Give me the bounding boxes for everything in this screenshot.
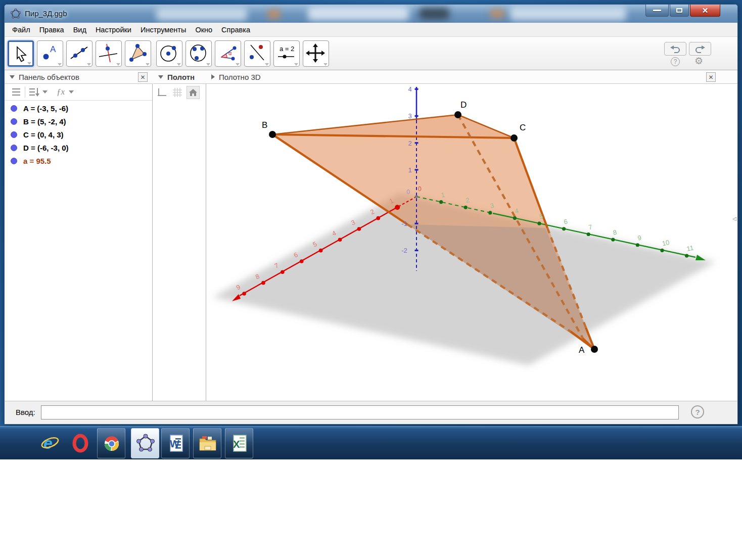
close-button[interactable]: ✕ [690, 5, 720, 17]
vertex-B[interactable] [269, 131, 276, 138]
fx-caret-icon[interactable] [69, 90, 74, 94]
taskbar-geogebra[interactable] [131, 428, 159, 458]
toolbar-settings-icon[interactable]: ⚙ [694, 55, 703, 67]
object-definition: C = (0, 4, 3) [23, 130, 64, 139]
tool-reflect[interactable] [244, 40, 270, 67]
auxiliary-objects-icon[interactable] [11, 86, 22, 98]
svg-text:-2: -2 [401, 247, 407, 254]
graphics3d-panel-title: Полотно 3D [219, 73, 261, 81]
menu-window[interactable]: Окно [191, 26, 217, 34]
3d-canvas[interactable]: B D C A 12345678912345678910114321-1-200 [206, 85, 738, 401]
command-input[interactable] [41, 405, 679, 419]
algebra-panel-title: Панель объектов [19, 73, 79, 81]
vertex-D[interactable] [454, 111, 461, 118]
svg-text:e: e [43, 434, 53, 452]
taskbar-chrome[interactable] [97, 428, 125, 458]
graphics3d-panel-header[interactable]: Полотно 3D ✕ [206, 70, 738, 84]
internet-explorer-icon: e [40, 433, 60, 453]
axes-toggle-icon[interactable] [155, 86, 168, 99]
tool-circle[interactable] [156, 40, 182, 67]
input-bar: Ввод: ? [5, 401, 737, 424]
vertex-label-B: B [262, 120, 267, 130]
graphics3d-close-icon[interactable]: ✕ [706, 72, 716, 82]
svg-text:0: 0 [406, 189, 410, 196]
home-icon[interactable] [187, 86, 200, 99]
redo-button[interactable] [689, 42, 711, 56]
list-item[interactable]: D = (-6, -3, 0) [5, 141, 152, 154]
graphics3d-panel: Полотно 3D ✕ [206, 70, 738, 401]
vertex-A[interactable] [591, 346, 598, 353]
object-definition: D = (-6, -3, 0) [23, 144, 69, 152]
visibility-dot-icon[interactable] [11, 145, 17, 151]
tool-angle[interactable]: α [215, 40, 241, 67]
grid-toggle-icon[interactable] [171, 86, 184, 99]
menu-edit[interactable]: Правка [35, 26, 69, 34]
list-item[interactable]: B = (5, -2, 4) [5, 115, 152, 128]
panel-collapse-icon[interactable]: ◁ [732, 216, 736, 221]
glass-blur-decor [510, 7, 626, 21]
fx-icon[interactable]: ƒx [57, 87, 65, 97]
svg-text:10: 10 [662, 239, 670, 248]
sort-objects-icon[interactable] [28, 86, 40, 98]
svg-text:A: A [50, 44, 56, 54]
cursor-icon [11, 44, 31, 64]
tool-polygon[interactable] [125, 40, 151, 67]
slider-icon: a = 2 [276, 43, 296, 63]
menu-help[interactable]: Справка [217, 26, 255, 34]
visibility-dot-icon[interactable] [11, 105, 17, 112]
list-item[interactable]: A = (-3, 5, -6) [5, 102, 152, 115]
taskbar-explorer[interactable] [193, 428, 221, 458]
redo-icon [694, 45, 706, 53]
graphics-panel-header[interactable]: Полотн [153, 70, 206, 84]
panel-row: Панель объектов ✕ [5, 70, 737, 401]
visibility-dot-icon[interactable] [11, 118, 17, 125]
origin-point [415, 196, 419, 198]
algebra-close-icon[interactable]: ✕ [138, 72, 148, 82]
tool-move[interactable] [8, 40, 34, 67]
minimize-button[interactable] [645, 5, 669, 17]
list-item[interactable]: a = 95.5 [5, 154, 152, 167]
list-item[interactable]: C = (0, 4, 3) [5, 128, 152, 141]
maximize-button[interactable] [670, 5, 689, 17]
excel-icon: X [229, 434, 250, 454]
vertex-C[interactable] [511, 134, 518, 142]
tool-line[interactable] [66, 40, 92, 67]
tool-move-canvas[interactable] [303, 40, 329, 67]
taskbar-opera[interactable] [66, 428, 95, 458]
window-title: Пир_3Д.ggb [25, 9, 67, 18]
geogebra-window: Пир_3Д.ggb ✕ Файл Правка Вид Настройки И… [4, 4, 738, 425]
tool-slider[interactable]: a = 2 [273, 40, 300, 67]
menu-file[interactable]: Файл [8, 26, 35, 34]
move-canvas-icon [305, 43, 326, 63]
input-label: Ввод: [16, 408, 35, 416]
menu-settings[interactable]: Настройки [91, 26, 136, 34]
line-icon [69, 43, 89, 63]
chevron-down-icon [158, 75, 163, 79]
input-help-icon[interactable]: ? [691, 405, 704, 418]
tool-perpendicular-line[interactable] [96, 40, 122, 67]
undo-button[interactable] [664, 42, 686, 56]
polygon-icon [127, 43, 148, 63]
app-icon [11, 9, 21, 21]
tool-point[interactable]: A [37, 40, 63, 67]
chevron-down-icon [10, 75, 15, 79]
visibility-dot-icon[interactable] [11, 131, 17, 138]
object-list: A = (-3, 5, -6) B = (5, -2, 4) C = (0, 4… [5, 102, 152, 167]
object-definition: a = 95.5 [23, 157, 51, 165]
taskbar-excel[interactable]: X [225, 428, 253, 458]
menu-view[interactable]: Вид [69, 26, 91, 34]
menu-bar: Файл Правка Вид Настройки Инструменты Ок… [5, 23, 737, 37]
title-bar[interactable]: Пир_3Д.ggb ✕ [5, 5, 737, 23]
menu-tools[interactable]: Инструменты [136, 26, 191, 34]
visibility-dot-icon[interactable] [11, 158, 17, 164]
toolbar-help-icon[interactable]: ? [671, 57, 680, 66]
word-icon: W [166, 434, 186, 454]
svg-text:3: 3 [408, 112, 411, 120]
algebra-panel-header[interactable]: Панель объектов ✕ [5, 70, 153, 84]
taskbar-ie[interactable]: e [36, 428, 64, 458]
sort-caret-icon[interactable] [42, 90, 48, 94]
taskbar-word[interactable]: W [161, 428, 190, 458]
perpendicular-icon [98, 43, 118, 63]
tool-conic[interactable] [186, 40, 212, 67]
algebra-panel: Панель объектов ✕ [5, 70, 153, 401]
